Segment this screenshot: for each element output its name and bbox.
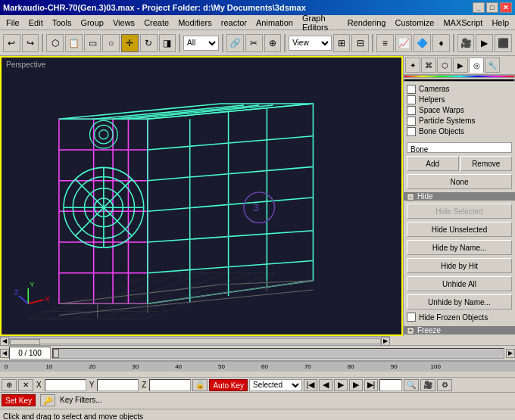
freeze-checkbox[interactable] <box>407 313 416 322</box>
spacewarps-checkbox[interactable] <box>407 106 416 115</box>
material-button[interactable]: ♦ <box>432 34 450 52</box>
hide-by-name-button[interactable]: Hide by Name... <box>407 240 512 255</box>
select-region-button[interactable]: ▭ <box>84 34 101 52</box>
minimize-button[interactable]: _ <box>473 2 485 13</box>
menu-item-file[interactable]: File <box>2 17 24 29</box>
freeze-section-header[interactable]: + Freeze <box>404 326 515 334</box>
helpers-checkbox[interactable] <box>407 95 416 104</box>
curve-button[interactable]: 📈 <box>395 34 413 52</box>
unlink-button[interactable]: ✂ <box>245 34 263 52</box>
set-key-button[interactable]: Set Key <box>2 394 36 406</box>
scroll-left-button[interactable]: ◀ <box>0 337 9 346</box>
select-button[interactable]: ⬡ <box>46 34 64 52</box>
timeline-slider[interactable] <box>52 348 504 359</box>
auto-key-button[interactable]: Auto Key <box>209 379 248 391</box>
window-buttons[interactable]: _ □ ✕ <box>473 2 512 13</box>
undo-button[interactable]: ↩ <box>3 34 20 52</box>
hide-collapse-button[interactable]: - <box>407 193 414 201</box>
menu-item-maxscript[interactable]: MAXScript <box>439 17 487 29</box>
menu-item-modifiers[interactable]: Modifiers <box>173 17 217 29</box>
menu-item-animation[interactable]: Animation <box>251 17 298 29</box>
freeze-collapse-button[interactable]: + <box>407 327 414 334</box>
bind-button[interactable]: ⊕ <box>264 34 282 52</box>
menu-item-customize[interactable]: Customize <box>390 17 439 29</box>
add-button[interactable]: Add <box>407 156 459 171</box>
play-next-frame-button[interactable]: ▶ <box>349 379 363 391</box>
frame-input[interactable]: 0 <box>379 379 402 391</box>
color-swatch[interactable] <box>404 75 515 78</box>
tab-create[interactable]: ✦ <box>405 58 420 73</box>
menu-item-help[interactable]: Help <box>487 17 513 29</box>
key-filter-icon[interactable]: 🔑 <box>40 394 55 406</box>
viewport[interactable]: Perspective <box>0 56 403 336</box>
menu-item-edit[interactable]: Edit <box>24 17 48 29</box>
tl-scroll-left[interactable]: ◀ <box>0 349 9 358</box>
schematic-button[interactable]: 🔷 <box>414 34 431 52</box>
menu-item-rendering[interactable]: Rendering <box>343 17 391 29</box>
rotate-button[interactable]: ↻ <box>140 34 158 52</box>
boneobj-row: Bone Objects <box>407 127 512 136</box>
align-button[interactable]: ⊟ <box>351 34 369 52</box>
menu-item-reactor[interactable]: reactor <box>217 17 251 29</box>
select-region2-button[interactable]: ○ <box>102 34 120 52</box>
scroll-track[interactable] <box>9 338 381 344</box>
mirror-button[interactable]: ⊞ <box>333 34 351 52</box>
timeline-thumb[interactable] <box>53 349 59 358</box>
transform-icon1[interactable]: ⊕ <box>2 379 17 391</box>
tab-hierarchy[interactable]: ⬡ <box>437 58 452 73</box>
menu-item-create[interactable]: Create <box>139 17 173 29</box>
selection-dropdown[interactable]: Selected <box>249 379 302 391</box>
render-setup-button[interactable]: 🎥 <box>457 34 475 52</box>
scale-button[interactable]: ◨ <box>159 34 176 52</box>
menu-item-views[interactable]: Views <box>108 17 139 29</box>
x-input[interactable] <box>45 379 86 391</box>
render-button[interactable]: ▶ <box>476 34 493 52</box>
key-filters-button[interactable]: Key Filters... <box>57 394 105 406</box>
hide-unselected-button[interactable]: Hide Unselected <box>407 222 512 237</box>
render-options-button[interactable]: ⚙ <box>437 379 452 391</box>
menu-item-graph-editors[interactable]: Graph Editors <box>298 12 343 33</box>
frame-counter[interactable]: 0 / 100 <box>9 347 51 359</box>
redo-button[interactable]: ↪ <box>22 34 39 52</box>
y-input[interactable] <box>97 379 139 391</box>
render-last-button[interactable]: ⬛ <box>495 34 512 52</box>
play-prev-frame-button[interactable]: ◀ <box>319 379 332 391</box>
play-button[interactable]: ▶ <box>334 379 348 391</box>
hide-section-header[interactable]: - Hide <box>404 192 515 201</box>
remove-button[interactable]: Remove <box>460 156 513 171</box>
link-button[interactable]: 🔗 <box>226 34 244 52</box>
key-lock-button[interactable]: 🔒 <box>192 379 208 391</box>
tab-motion[interactable]: ▶ <box>453 58 468 73</box>
hide-selected-button[interactable]: Hide Selected <box>407 204 512 219</box>
move-button[interactable]: ✛ <box>121 34 139 52</box>
cameras-checkbox[interactable] <box>407 85 416 94</box>
transform-icon2[interactable]: ✕ <box>18 379 33 391</box>
scroll-right-button[interactable]: ▶ <box>381 337 390 346</box>
unhide-by-name-button[interactable]: Unhide by Name... <box>407 294 512 310</box>
play-next-button[interactable]: ▶| <box>364 379 378 391</box>
boneobj-checkbox[interactable] <box>407 127 416 136</box>
render-med-button[interactable]: 🎥 <box>420 379 435 391</box>
select-by-name-button[interactable]: 📋 <box>65 34 83 52</box>
tab-display[interactable]: ◎ <box>469 58 484 73</box>
hide-by-hit-button[interactable]: Hide by Hit <box>407 258 512 273</box>
maximize-button[interactable]: □ <box>486 2 498 13</box>
z-input[interactable] <box>149 379 191 391</box>
play-prev-button[interactable]: |◀ <box>304 379 317 391</box>
tl-scroll-right[interactable]: ▶ <box>506 349 515 358</box>
horizontal-scrollbar[interactable]: ◀ ▶ <box>0 336 390 345</box>
render-small-button[interactable]: 🔍 <box>404 379 419 391</box>
object-listbox[interactable]: Bone IK Chain Object Point <box>407 142 512 153</box>
unhide-all-button[interactable]: Unhide All <box>407 276 512 291</box>
listbox-item-bone[interactable]: Bone <box>409 145 510 153</box>
filter-dropdown[interactable]: All <box>183 36 219 51</box>
none-button[interactable]: None <box>407 174 512 189</box>
layer-button[interactable]: ≡ <box>376 34 394 52</box>
tab-modify[interactable]: ⌘ <box>421 58 436 73</box>
view-dropdown[interactable]: View <box>289 36 332 51</box>
tab-utilities[interactable]: 🔧 <box>485 58 500 73</box>
menu-item-tools[interactable]: Tools <box>48 17 76 29</box>
close-button[interactable]: ✕ <box>500 2 512 13</box>
menu-item-group[interactable]: Group <box>76 17 108 29</box>
particles-checkbox[interactable] <box>407 117 416 126</box>
